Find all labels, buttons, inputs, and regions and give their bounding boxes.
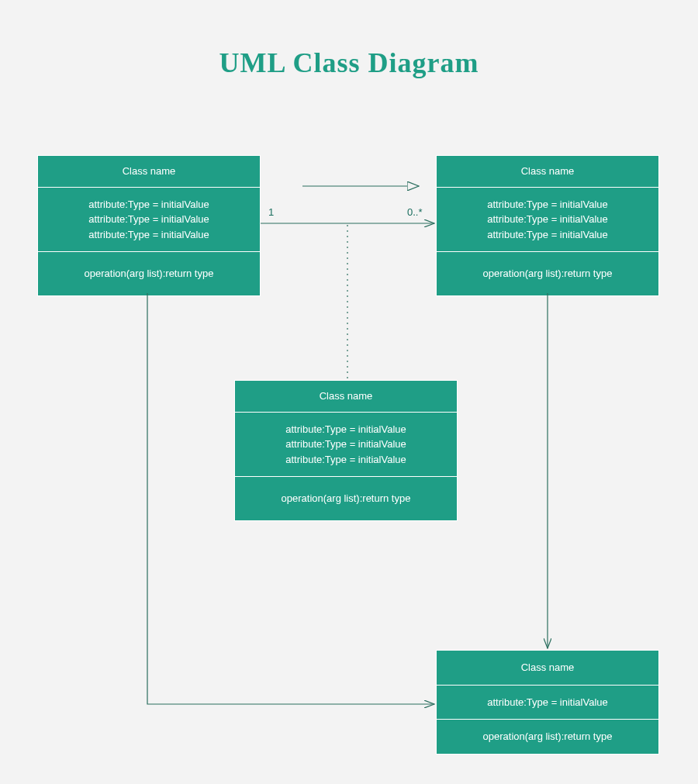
class-operation: operation(arg list):return type (449, 729, 646, 744)
class-operations: operation(arg list):return type (38, 252, 260, 295)
class-name: Class name (38, 156, 260, 188)
class-name: Class name (437, 156, 658, 188)
class-operations: operation(arg list):return type (437, 720, 658, 754)
class-attribute: attribute:Type = initialValue (449, 212, 646, 227)
class-operation: operation(arg list):return type (247, 491, 444, 506)
class-attribute: attribute:Type = initialValue (247, 437, 444, 452)
class-attribute: attribute:Type = initialValue (449, 227, 646, 243)
class-attributes: attribute:Type = initialValue attribute:… (437, 188, 658, 253)
uml-class-1: Class name attribute:Type = initialValue… (37, 155, 261, 296)
multiplicity-right: 0..* (407, 206, 423, 218)
uml-class-2: Class name attribute:Type = initialValue… (436, 155, 659, 296)
class-attribute: attribute:Type = initialValue (247, 422, 444, 437)
class-attribute: attribute:Type = initialValue (449, 197, 646, 212)
class-attributes: attribute:Type = initialValue attribute:… (235, 413, 457, 478)
uml-class-4: Class name attribute:Type = initialValue… (436, 650, 659, 755)
diagram-title: UML Class Diagram (0, 47, 698, 79)
class-attribute: attribute:Type = initialValue (247, 452, 444, 468)
uml-class-3-association: Class name attribute:Type = initialValue… (234, 380, 458, 521)
class-attributes: attribute:Type = initialValue (437, 686, 658, 720)
class-operation: operation(arg list):return type (50, 266, 247, 281)
class-operations: operation(arg list):return type (235, 477, 457, 520)
multiplicity-left: 1 (268, 206, 274, 218)
class-attributes: attribute:Type = initialValue attribute:… (38, 188, 260, 253)
class-attribute: attribute:Type = initialValue (50, 197, 247, 212)
class-attribute: attribute:Type = initialValue (50, 212, 247, 227)
class-operations: operation(arg list):return type (437, 252, 658, 295)
class-operation: operation(arg list):return type (449, 266, 646, 281)
class-name: Class name (235, 381, 457, 413)
class-attribute: attribute:Type = initialValue (50, 227, 247, 243)
class-attribute: attribute:Type = initialValue (449, 695, 646, 710)
class-name: Class name (437, 651, 658, 686)
